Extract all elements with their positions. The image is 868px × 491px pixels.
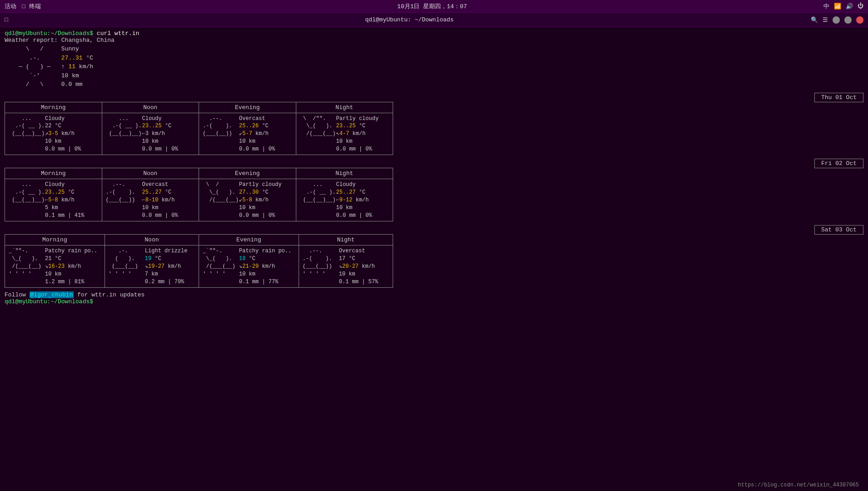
day3-night: .--. .-( ). (___(__)) ' ' ' ' Overcast 1… xyxy=(299,246,393,288)
terminal-menu-label[interactable]: □ 终端 xyxy=(22,2,41,10)
col-evening-3: Evening xyxy=(199,235,299,246)
col-morning: Morning xyxy=(5,102,102,113)
day2-data-row: ... .-( __ ). (__(__)__) Cloudy 23..25 °… xyxy=(5,179,393,221)
day1-label: Thu 01 Oct xyxy=(814,93,863,102)
top-bar-right: 中 📶 🔊 ⏻ xyxy=(823,2,863,10)
maximize-button[interactable] xyxy=(844,16,852,24)
lang-indicator[interactable]: 中 xyxy=(823,2,829,10)
day2-label: Fri 02 Oct xyxy=(814,159,863,168)
follow-text-after: for wttr.in updates xyxy=(74,291,145,298)
col-noon-3: Noon xyxy=(105,235,199,246)
terminal-window-controls: 🔍 ☰ xyxy=(811,16,863,24)
close-button[interactable] xyxy=(856,16,863,24)
day1-data-row: ... .-( __ ). (__(__)__) Cloudy 22 °C ↗3… xyxy=(5,113,393,155)
col-night-3: Night xyxy=(299,235,393,246)
activities-label[interactable]: 活动 xyxy=(5,2,16,10)
top-bar-left: 活动 □ 终端 xyxy=(5,2,41,10)
second-prompt: qdl@myUbuntu:~/Downloads xyxy=(5,298,90,305)
day3-label: Sat 03 Oct xyxy=(814,225,863,235)
day2-noon: .--. .-( ). (___(__)) Overcast 25..27 °C… xyxy=(102,179,199,221)
col-noon: Noon xyxy=(102,102,199,113)
terminal-content: qdl@myUbuntu:~/Downloads$ curl wttr.in W… xyxy=(0,27,868,491)
col-morning-3: Morning xyxy=(5,235,105,246)
day3-data-row: _`""-. \_( ). /(___(__) ' ' ' ' Patchy r… xyxy=(5,246,393,288)
col-noon-2: Noon xyxy=(102,168,199,179)
col-night: Night xyxy=(296,102,393,113)
follow-link[interactable]: @igor_chubin xyxy=(30,291,74,298)
menu-icon[interactable]: ☰ xyxy=(823,16,828,24)
day2-table: Morning Noon Evening Night ... .-( __ ).… xyxy=(5,168,393,221)
current-weather-display: \ / Sunny .-. 27..31 °C ― ( ) ― ↑ 11 km/… xyxy=(5,45,863,89)
prompt: qdl@myUbuntu:~/Downloads xyxy=(5,30,90,37)
day1-table: Morning Noon Evening Night ... .-( __ ).… xyxy=(5,102,393,155)
top-system-bar: 活动 □ 终端 10月1日 星期四，14：07 中 📶 🔊 ⏻ xyxy=(0,0,868,13)
col-evening: Evening xyxy=(199,102,296,113)
command-text: curl wttr.in xyxy=(97,30,140,37)
power-icon: ⏻ xyxy=(858,3,863,10)
volume-icon: 🔊 xyxy=(846,3,853,10)
day3-wrapper: Sat 03 Oct Morning Noon Evening Night _`… xyxy=(5,225,863,288)
day2-night: ... .-( __ ). (__(__)__) Cloudy 25..27 °… xyxy=(296,179,393,221)
weather-report-header: Weather report: Changsha, China xyxy=(5,37,863,44)
command-line: qdl@myUbuntu:~/Downloads$ curl wttr.in xyxy=(5,30,863,37)
day3-morning: _`""-. \_( ). /(___(__) ' ' ' ' Patchy r… xyxy=(5,246,105,288)
terminal-window-icon: □ xyxy=(5,16,8,23)
terminal-titlebar: □ qdl@myUbuntu: ~/Downloads 🔍 ☰ xyxy=(0,13,868,27)
day2-morning: ... .-( __ ). (__(__)__) Cloudy 23..25 °… xyxy=(5,179,102,221)
day3-noon: .-. ( ). (___(__) ' ' ' ' Light drizzle … xyxy=(105,246,199,288)
top-bar-clock: 10月1日 星期四，14：07 xyxy=(397,2,467,10)
day2-wrapper: Fri 02 Oct Morning Noon Evening Night ..… xyxy=(5,159,863,221)
day1-morning: ... .-( __ ). (__(__)__) Cloudy 22 °C ↗3… xyxy=(5,113,102,155)
wifi-icon: 📶 xyxy=(834,3,841,10)
col-night-2: Night xyxy=(296,168,393,179)
day1-noon: ... .-( __ ). (__(__)__) Cloudy 23..25 °… xyxy=(102,113,199,155)
day1-night: \ /"". \_( ). /(___(__) Partly cloudy 23… xyxy=(296,113,393,155)
day3-table: Morning Noon Evening Night _`""-. \_( ).… xyxy=(5,234,393,288)
col-morning-2: Morning xyxy=(5,168,102,179)
search-icon[interactable]: 🔍 xyxy=(811,16,818,24)
follow-line: Follow @igor_chubin for wttr.in updates xyxy=(5,291,863,298)
day2-evening: \ / \_( ). /(___(__) Partly cloudy 27..3… xyxy=(199,179,296,221)
minimize-button[interactable] xyxy=(833,16,840,24)
terminal-title: qdl@myUbuntu: ~/Downloads xyxy=(365,16,454,23)
day3-evening: _`""-. \_( ). /(___(__) ' ' ' ' Patchy r… xyxy=(199,246,299,288)
col-evening-2: Evening xyxy=(199,168,296,179)
follow-text-before: Follow xyxy=(5,291,30,298)
second-prompt-line[interactable]: qdl@myUbuntu:~/Downloads$ xyxy=(5,298,863,305)
bottom-url: https://blog.csdn.net/weixin_44307065 xyxy=(738,482,859,488)
day1-wrapper: Thu 01 Oct Morning Noon Evening Night ..… xyxy=(5,93,863,155)
day1-evening: .--. .-( ). (___(__)) Overcast 25..26 °C… xyxy=(199,113,296,155)
